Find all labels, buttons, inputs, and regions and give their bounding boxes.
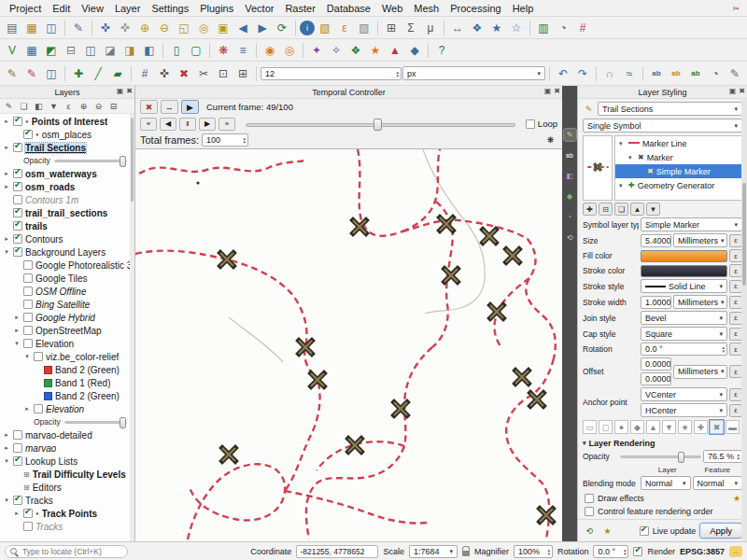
plugin-icon-4[interactable]: ★ bbox=[366, 41, 385, 59]
dock-panel-icon[interactable]: ▣ bbox=[117, 87, 124, 95]
expander-icon[interactable]: ▾ bbox=[3, 457, 10, 465]
pause-button[interactable]: ‖ bbox=[179, 118, 196, 131]
rotation-spin-status[interactable]: 0.0 °▴▾ bbox=[593, 545, 628, 558]
render-checkbox[interactable] bbox=[633, 547, 642, 556]
rotation-data-defined-button[interactable]: ε bbox=[729, 343, 742, 356]
vertex-tool-icon[interactable]: # bbox=[135, 64, 154, 82]
duplicate-symbol-layer-button[interactable]: ❏ bbox=[614, 203, 628, 216]
stroke-style-data-defined-button[interactable]: ε bbox=[729, 280, 742, 293]
layer-tree-item[interactable]: ▸osm_waterways bbox=[0, 167, 134, 180]
add-delimited-text-icon[interactable]: ⊟ bbox=[62, 41, 80, 59]
labels-tab[interactable]: ab bbox=[564, 149, 576, 161]
filter-legend-button[interactable]: ▼ bbox=[47, 100, 61, 113]
stroke-color-button[interactable] bbox=[641, 265, 727, 277]
layer-visibility-checkbox[interactable] bbox=[23, 300, 33, 309]
zoom-next-icon[interactable]: ▶ bbox=[253, 19, 272, 36]
apply-button[interactable]: Apply bbox=[699, 523, 742, 539]
select-features-icon[interactable]: ▧ bbox=[316, 19, 334, 36]
temporal-off-button[interactable]: ✖ bbox=[140, 100, 158, 114]
expander-icon[interactable]: ▸ bbox=[13, 314, 21, 321]
layers-scrollbar[interactable] bbox=[130, 114, 134, 541]
plugin-icon-6[interactable]: ◆ bbox=[405, 41, 424, 59]
layer-visibility-checkbox[interactable] bbox=[23, 326, 33, 335]
move-up-symbol-layer-button[interactable]: ▲ bbox=[630, 203, 644, 216]
zoom-in-icon[interactable]: ⊕ bbox=[135, 19, 154, 36]
size-data-defined-button[interactable]: ε bbox=[729, 234, 742, 247]
layer-opacity-slider[interactable] bbox=[54, 160, 127, 162]
expand-all-button[interactable]: ⊕ bbox=[77, 100, 91, 113]
plugin-icon-3[interactable]: ❖ bbox=[346, 41, 365, 59]
skip-to-end-button[interactable]: » bbox=[218, 118, 235, 131]
add-line-feature-icon[interactable]: ╱ bbox=[89, 64, 107, 82]
opacity-slider[interactable] bbox=[620, 455, 701, 458]
symbol-mode-select[interactable]: Single Symbol bbox=[583, 119, 742, 133]
stroke-style-select[interactable]: Solid Line bbox=[641, 279, 727, 293]
layer-tree-item[interactable]: ▾Lookup Lists bbox=[0, 455, 134, 468]
add-raster-layer-icon[interactable]: ▦ bbox=[22, 41, 41, 59]
add-polygon-feature-icon[interactable]: ▰ bbox=[108, 64, 127, 82]
pan-to-selection-icon[interactable]: ✜ bbox=[116, 19, 134, 36]
layer-visibility-checkbox[interactable] bbox=[23, 313, 33, 322]
symbology-tab[interactable]: ✎ bbox=[564, 129, 576, 141]
blend-feature-select[interactable]: Normal bbox=[693, 476, 743, 490]
layer-tree-item[interactable]: ▾Background Layers bbox=[0, 245, 134, 259]
menu-edit[interactable]: Edit bbox=[47, 2, 76, 15]
new-map-view-icon[interactable]: ▥ bbox=[534, 19, 553, 36]
save-edits-icon[interactable]: ◫ bbox=[42, 64, 61, 82]
new-geopackage-icon[interactable]: ▢ bbox=[187, 41, 205, 59]
layer-tree-item[interactable]: ▸Trail Sections bbox=[0, 141, 134, 154]
new-project-icon[interactable]: ▤ bbox=[3, 19, 21, 36]
menu-vector[interactable]: Vector bbox=[239, 2, 279, 15]
fill-color-button[interactable] bbox=[641, 250, 727, 262]
plugin-icon-1[interactable]: ✦ bbox=[307, 41, 326, 59]
layer-opacity-slider[interactable] bbox=[64, 421, 127, 424]
remove-symbol-layer-button[interactable]: ⊟ bbox=[599, 203, 613, 216]
layer-tree-item[interactable]: Contours 1m bbox=[0, 193, 134, 206]
expander-icon[interactable]: ▸ bbox=[3, 118, 10, 125]
layer-tree-item[interactable]: ▸●Points of Interest bbox=[0, 115, 134, 128]
add-wfs-icon[interactable]: ◧ bbox=[140, 41, 159, 59]
save-project-icon[interactable]: ◫ bbox=[42, 19, 61, 36]
expander-icon[interactable]: ▾ bbox=[13, 340, 21, 347]
temporal-tab[interactable]: ◔ bbox=[564, 211, 576, 223]
3d-view-tab[interactable]: ◆ bbox=[564, 190, 576, 203]
data-source-manager-icon[interactable]: # bbox=[573, 19, 592, 36]
layer-visibility-checkbox[interactable] bbox=[13, 443, 22, 453]
layer-tree-item[interactable]: ▸osm_roads bbox=[0, 180, 134, 193]
copy-features-icon[interactable]: ⊡ bbox=[214, 64, 233, 82]
offset-unit-select[interactable]: Millimeters bbox=[673, 365, 727, 379]
coordinate-box[interactable]: -821255, 4778652 bbox=[296, 545, 378, 558]
layer-tree-item[interactable]: ▾Tracks bbox=[0, 494, 134, 507]
filter-by-expression-button[interactable]: ε bbox=[62, 100, 76, 113]
layer-visibility-checkbox[interactable] bbox=[13, 182, 22, 191]
layer-visibility-checkbox[interactable] bbox=[23, 130, 33, 139]
temporal-fixed-range-button[interactable]: ↔ bbox=[161, 100, 178, 114]
snapping-unit-combo[interactable]: px bbox=[402, 66, 545, 80]
layer-tree-item[interactable]: Google Photorealistic 3D Tiles bbox=[0, 259, 134, 272]
layer-visibility-checkbox[interactable] bbox=[23, 273, 33, 283]
stroke-width-spin[interactable]: 1.000000▴▾ bbox=[641, 296, 671, 309]
join-style-data-defined-button[interactable]: ε bbox=[729, 312, 742, 325]
layer-tree-item[interactable]: ▸Elevation bbox=[0, 402, 134, 415]
offset-x-spin[interactable]: 0.000000▴▾ bbox=[641, 357, 671, 371]
osm-search-icon[interactable]: ◉ bbox=[261, 41, 279, 59]
control-render-order-checkbox[interactable] bbox=[585, 507, 594, 516]
expander-icon[interactable]: ▸ bbox=[13, 327, 21, 334]
layer-visibility-checkbox[interactable] bbox=[13, 221, 22, 231]
add-point-feature-icon[interactable]: ✚ bbox=[69, 64, 88, 82]
attribute-table-icon[interactable]: ⊞ bbox=[382, 19, 401, 36]
layer-visibility-checkbox[interactable] bbox=[23, 522, 33, 531]
marker-shape-option[interactable]: ◻ bbox=[599, 420, 613, 434]
layer-tree-item[interactable]: ▸Contours bbox=[0, 232, 134, 245]
layer-visibility-checkbox[interactable] bbox=[13, 430, 22, 440]
menu-database[interactable]: Database bbox=[321, 2, 376, 15]
layer-tree-item[interactable]: ⊞Trail Difficulty Levels bbox=[0, 468, 134, 481]
layer-tree-item[interactable]: ▸marvao bbox=[0, 441, 134, 455]
marker-shape-option[interactable]: ✖ bbox=[710, 420, 724, 434]
show-bookmarks-icon[interactable]: ☆ bbox=[507, 19, 526, 36]
add-wms-icon[interactable]: ◨ bbox=[120, 41, 139, 59]
scale-lock-icon[interactable] bbox=[462, 551, 470, 556]
marker-shape-option[interactable]: ▭ bbox=[583, 420, 597, 434]
expander-icon[interactable]: ▾ bbox=[619, 140, 626, 147]
layer-visibility-checkbox[interactable] bbox=[23, 509, 33, 518]
